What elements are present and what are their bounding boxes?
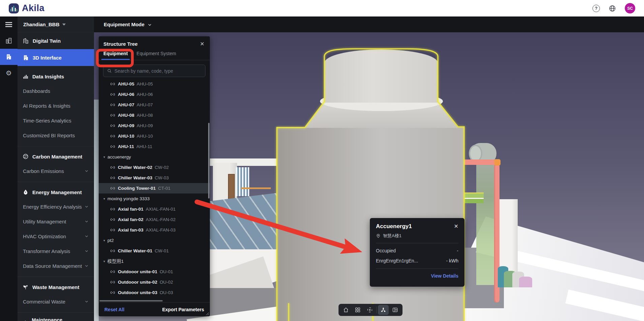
tree-row[interactable]: ▾ pt2 bbox=[99, 235, 210, 246]
link-icon bbox=[110, 227, 116, 233]
tree-row[interactable]: ▾ Outdooor unite-01 OU-01 bbox=[99, 266, 210, 277]
digital-twin-icon bbox=[23, 38, 29, 44]
sidebar-item-ai-reports[interactable]: AI Reports & Insights bbox=[18, 98, 94, 113]
sidebar-item-time-series[interactable]: Time-Series Analytics bbox=[18, 113, 94, 128]
close-icon[interactable]: ✕ bbox=[200, 41, 204, 47]
tree-row[interactable]: ▾ Chiller Water-01 CW-01 bbox=[99, 246, 210, 256]
section-data-insights: Data Insights Dashboards AI Reports & In… bbox=[18, 66, 94, 146]
sidebar-item-3d-interface[interactable]: 3D Interface bbox=[18, 49, 94, 66]
tree-row[interactable]: ▾ AHU-07 AHU-07 bbox=[99, 100, 210, 110]
sidebar-item-hvac-optimization[interactable]: HVAC Optimization bbox=[18, 229, 94, 244]
sidebar-item-carbon-emissions[interactable]: Carbon Emissions bbox=[18, 164, 94, 178]
akila-logo[interactable]: Akila bbox=[9, 3, 44, 13]
equipment-name: Axial fan-02 bbox=[118, 217, 143, 222]
section-header-energy: Energy Management bbox=[18, 185, 94, 199]
bar-chart-icon bbox=[23, 73, 29, 79]
tree-row[interactable]: ▾ AHU-09 AHU-09 bbox=[99, 120, 210, 131]
section-header-waste: Waste Management bbox=[18, 280, 94, 294]
tree-row[interactable]: ▾ AHU-08 AHU-08 bbox=[99, 110, 210, 120]
energy-drop-icon bbox=[23, 189, 29, 195]
tree-row[interactable]: ▾ Axial fan-03 AXIAL-FAN-03 bbox=[99, 225, 210, 235]
resize-grip[interactable] bbox=[205, 312, 209, 315]
section-carbon-management: Carbon Management Carbon Emissions bbox=[18, 146, 94, 182]
language-globe-icon[interactable] bbox=[609, 5, 616, 12]
caret-down-icon[interactable]: ▾ bbox=[103, 197, 105, 201]
view-details-link[interactable]: View Details bbox=[431, 273, 458, 279]
viewport-3d: Equipment Mode bbox=[94, 16, 644, 321]
caret-down-icon[interactable]: ▾ bbox=[103, 155, 105, 159]
close-icon[interactable]: ✕ bbox=[454, 224, 458, 229]
equipment-code: OU-02 bbox=[160, 280, 173, 285]
tree-row[interactable]: ▾ accuenergy bbox=[99, 152, 210, 162]
help-icon[interactable]: ? bbox=[592, 5, 600, 12]
equipment-name: Outdooor unite-02 bbox=[118, 280, 157, 285]
scene-toolbar bbox=[339, 304, 402, 316]
tree-row[interactable]: ▾ Chiller Water-03 CW-03 bbox=[99, 173, 210, 183]
sidebar-item-data-source-management[interactable]: Data Source Management bbox=[18, 258, 94, 273]
equipment-hierarchy-icon[interactable] bbox=[378, 305, 389, 315]
chevron-down-icon bbox=[85, 299, 89, 304]
tree-row[interactable]: ▾ AHU-10 AHU-10 bbox=[99, 131, 210, 141]
scene-building-strip bbox=[94, 100, 99, 321]
sidebar-item-custom-bi[interactable]: Customized BI Reports bbox=[18, 128, 94, 143]
rail-digital-twin-icon[interactable] bbox=[0, 33, 18, 49]
apps-grid-icon[interactable] bbox=[352, 305, 363, 315]
sidebar-item-utility-management[interactable]: Utility Management bbox=[18, 214, 94, 229]
tree-row[interactable]: ▾ AHU-05 AHU-05 bbox=[99, 79, 210, 89]
menu-hamburger-icon[interactable] bbox=[0, 16, 18, 33]
home-icon[interactable] bbox=[341, 305, 351, 315]
sidebar-item-transformer-analysis[interactable]: Transformer Analysis bbox=[18, 244, 94, 258]
vertical-scrollbar[interactable] bbox=[208, 123, 210, 199]
equipment-code: OU-03 bbox=[160, 290, 173, 295]
link-icon bbox=[110, 248, 116, 254]
tab-equipment[interactable]: Equipment bbox=[103, 51, 128, 60]
link-icon bbox=[110, 102, 116, 108]
chevron-down-icon bbox=[85, 205, 89, 209]
link-icon bbox=[110, 123, 116, 129]
link-icon bbox=[110, 290, 116, 295]
reset-all-button[interactable]: Reset All bbox=[104, 307, 124, 312]
sidebar-item-commercial-waste[interactable]: Commercial Waste bbox=[18, 294, 94, 309]
mode-selector[interactable]: Equipment Mode bbox=[94, 16, 644, 32]
equipment-code: AHU-06 bbox=[137, 92, 153, 97]
tree-row[interactable]: ▾ 模型用1 bbox=[99, 256, 210, 266]
app-window: Akila ? SC bbox=[0, 0, 644, 321]
caret-down-icon[interactable]: ▾ bbox=[103, 259, 105, 263]
equipment-code: AHU-11 bbox=[136, 144, 152, 149]
equipment-name: AHU-10 bbox=[118, 134, 134, 139]
tree-row[interactable]: ▾ Chiller Water-02 CW-02 bbox=[99, 162, 210, 173]
sprout-icon bbox=[23, 284, 29, 290]
panel-title: Structure Tree bbox=[103, 41, 138, 47]
link-icon bbox=[110, 175, 116, 181]
sidebar-item-digital-twin[interactable]: Digital Twin bbox=[18, 32, 94, 49]
focus-target-icon[interactable] bbox=[364, 305, 375, 315]
equipment-code: AXIAL-FAN-02 bbox=[146, 217, 176, 222]
tree-row[interactable]: ▾ Cooling Tower-01 CT-01 bbox=[99, 183, 210, 193]
tree-row[interactable]: ▾ Outdooor unite-02 OU-02 bbox=[99, 277, 210, 287]
equipment-search[interactable] bbox=[103, 65, 205, 77]
export-parameters-button[interactable]: Export Parameters bbox=[162, 307, 204, 312]
equipment-code: AXIAL-FAN-03 bbox=[146, 227, 176, 233]
search-input[interactable] bbox=[115, 68, 201, 74]
sidebar-item-dashboards[interactable]: Dashboards bbox=[18, 83, 94, 98]
caret-down-icon[interactable]: ▾ bbox=[103, 239, 105, 242]
layout-panels-icon[interactable] bbox=[390, 305, 400, 315]
rail-3d-interface-icon[interactable] bbox=[0, 49, 18, 65]
avatar[interactable]: SC bbox=[625, 3, 635, 13]
equipment-code: AHU-07 bbox=[137, 102, 153, 107]
tree-row[interactable]: ▾ moxing yongde 3333 bbox=[99, 193, 210, 204]
tree-row[interactable]: ▾ Axial fan-01 AXIAL-FAN-01 bbox=[99, 204, 210, 214]
horizontal-scrollbar[interactable] bbox=[99, 300, 163, 301]
sidebar-item-energy-efficiency[interactable]: Energy Efficiency Analysis bbox=[18, 199, 94, 214]
caret-down-icon bbox=[62, 24, 66, 26]
tree-row[interactable]: ▾ AHU-11 AHU-11 bbox=[99, 141, 210, 152]
tab-equipment-system[interactable]: Equipment System bbox=[136, 51, 176, 60]
tree-row[interactable]: ▾ Outdooor unite-03 OU-03 bbox=[99, 287, 210, 298]
link-icon bbox=[110, 133, 116, 139]
equipment-code: OU-01 bbox=[160, 269, 173, 274]
tree-row[interactable]: ▾ AHU-06 AHU-06 bbox=[99, 89, 210, 100]
tree-row[interactable]: ▾ Axial fan-02 AXIAL-FAN-02 bbox=[99, 214, 210, 225]
project-selector[interactable]: Zhandian_BBB bbox=[18, 16, 94, 32]
settings-gear-icon[interactable]: ⚙ bbox=[0, 65, 18, 81]
toolbar-divider bbox=[376, 307, 377, 313]
